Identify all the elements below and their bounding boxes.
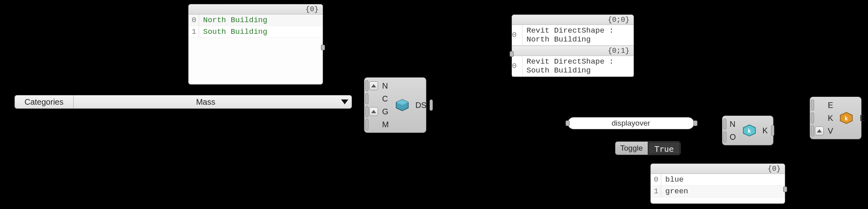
hexagon-icon: k bbox=[743, 124, 756, 137]
port-input-g[interactable]: G bbox=[364, 105, 391, 118]
text-value: displayover bbox=[611, 119, 650, 128]
dropdown-label: Categories bbox=[15, 95, 74, 108]
panel-shapes[interactable]: {0;0} 0 Revit DirectShape : North Buildi… bbox=[512, 14, 634, 77]
panel-shapes-branch-0-header: {0;0} bbox=[512, 15, 634, 25]
list-item: 1 green bbox=[651, 186, 785, 197]
panel-colors[interactable]: {0} 0 blue 1 green bbox=[650, 163, 785, 204]
node-ekv[interactable]: E K V k E bbox=[810, 97, 862, 139]
pill-input-grip[interactable] bbox=[566, 120, 570, 126]
dropdown-categories[interactable]: Categories Mass bbox=[14, 95, 352, 109]
list-item: 0 Revit DirectShape : North Building bbox=[512, 25, 634, 46]
port-output-ds[interactable]: DS bbox=[413, 99, 434, 112]
toggle-value[interactable]: True bbox=[648, 142, 680, 155]
port-input-e[interactable]: E bbox=[810, 99, 835, 112]
panel-output-grip[interactable] bbox=[321, 45, 325, 50]
toggle-boolean[interactable]: Toggle True bbox=[615, 141, 681, 155]
graft-icon[interactable] bbox=[369, 107, 378, 116]
panel-output-grip[interactable] bbox=[783, 186, 787, 192]
list-item: 1 South Building bbox=[189, 26, 323, 38]
toggle-label: Toggle bbox=[615, 142, 648, 155]
hexagon-icon: k bbox=[839, 112, 853, 124]
graft-icon[interactable] bbox=[815, 126, 824, 135]
graft-icon[interactable] bbox=[369, 81, 378, 90]
chevron-down-icon[interactable] bbox=[338, 95, 352, 108]
port-input-n[interactable]: N bbox=[364, 79, 391, 92]
node-direct-shape[interactable]: N C G M DS bbox=[364, 77, 426, 133]
svg-text:k: k bbox=[748, 128, 751, 134]
panel-shapes-branch-1-header: {0;1} bbox=[512, 46, 634, 56]
list-item: 0 Revit DirectShape : South Building bbox=[512, 56, 634, 77]
hexagon-icon bbox=[395, 99, 409, 111]
panel-colors-header: {0} bbox=[651, 164, 785, 174]
port-input-n[interactable]: N bbox=[722, 118, 738, 130]
port-input-v[interactable]: V bbox=[810, 124, 835, 137]
pill-output-grip[interactable] bbox=[693, 120, 697, 126]
text-input-displayover[interactable]: displayover bbox=[568, 117, 694, 129]
port-output-k[interactable]: K bbox=[760, 124, 775, 137]
dropdown-value: Mass bbox=[74, 95, 338, 108]
port-output-e[interactable]: E bbox=[857, 112, 868, 124]
port-input-c[interactable]: C bbox=[364, 92, 391, 105]
list-item: 0 blue bbox=[651, 174, 785, 186]
list-item: 0 North Building bbox=[189, 14, 323, 26]
panel-names-header: {0} bbox=[189, 4, 323, 14]
node-nk[interactable]: N O k K bbox=[722, 116, 773, 145]
port-input-k[interactable]: K bbox=[810, 112, 835, 124]
panel-input-grip[interactable] bbox=[510, 51, 514, 57]
port-input-o[interactable]: O bbox=[722, 130, 738, 143]
svg-text:k: k bbox=[845, 115, 848, 122]
port-input-m[interactable]: M bbox=[364, 118, 391, 131]
panel-names[interactable]: {0} 0 North Building 1 South Building bbox=[188, 4, 323, 85]
